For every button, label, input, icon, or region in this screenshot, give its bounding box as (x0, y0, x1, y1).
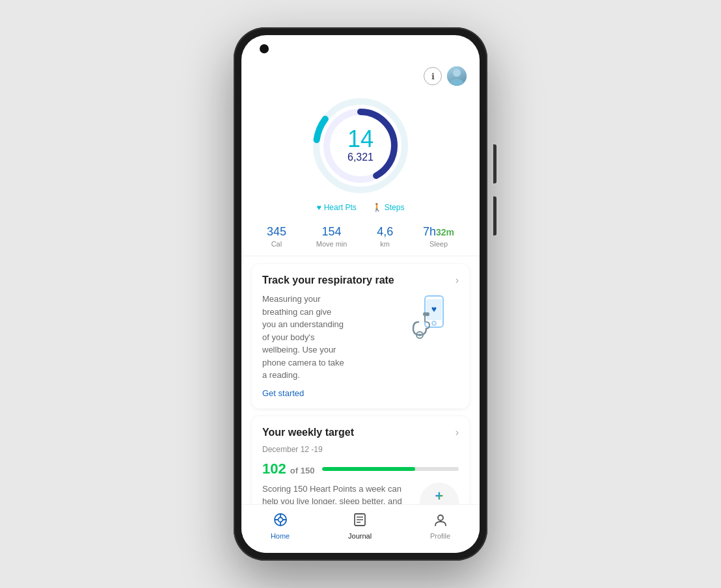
phone-frame: ℹ (234, 27, 487, 561)
get-started-link[interactable]: Get started (262, 388, 399, 398)
profile-svg (433, 513, 448, 527)
svg-point-1 (450, 79, 463, 86)
ring-section: 14 6,321 ♥ Heart Pts 🚶 Steps (241, 91, 480, 220)
nav-journal[interactable]: Journal (335, 510, 385, 542)
side-button (493, 144, 497, 183)
nav-home[interactable]: Home (258, 510, 303, 542)
stat-sleep[interactable]: 7h32m Sleep (423, 225, 454, 248)
journal-label: Journal (348, 532, 372, 540)
phone-screen: ℹ (241, 35, 480, 553)
svg-point-11 (418, 334, 421, 336)
home-label: Home (271, 532, 290, 540)
progress-fill (322, 467, 415, 471)
svg-point-26 (438, 515, 443, 520)
who-badge[interactable]: + World HealthOrganization (420, 483, 459, 505)
ring-center: 14 6,321 (347, 127, 374, 163)
stat-move-min[interactable]: 154 Move min (316, 225, 347, 248)
header: ℹ (241, 35, 480, 91)
profile-label: Profile (430, 532, 450, 540)
respiratory-content: Measuring your breathing can give you an… (262, 293, 459, 398)
who-icon: + (430, 488, 448, 504)
respiratory-card[interactable]: Track your respiratory rate › Measuring … (252, 264, 469, 408)
weekly-subtitle: December 12 -19 (262, 445, 459, 454)
cal-value: 345 (267, 225, 286, 239)
respiratory-text-section: Measuring your breathing can give you an… (262, 293, 399, 398)
ring-chart[interactable]: 14 6,321 (308, 94, 413, 198)
svg-point-0 (453, 69, 461, 77)
stat-cal[interactable]: 345 Cal (267, 225, 286, 248)
weekly-title: Your weekly target (262, 427, 354, 438)
svg-point-17 (278, 518, 282, 522)
weekly-chevron-icon[interactable]: › (456, 427, 459, 438)
stats-row: 345 Cal 154 Move min 4,6 km 7h32m Sleep (241, 220, 480, 256)
km-label: km (377, 240, 393, 248)
respiratory-svg: ♥ (407, 293, 459, 351)
svg-point-9 (432, 321, 436, 325)
heart-pts-value: 14 (347, 127, 374, 151)
weekly-target-card[interactable]: Your weekly target › December 12 -19 102… (252, 416, 469, 505)
journal-svg (353, 513, 367, 527)
bottom-nav: Home Journal (241, 504, 480, 553)
km-value: 4,6 (377, 225, 393, 239)
target-desc: Scoring 150 Heart Points a week can help… (262, 483, 412, 505)
heart-pts-label: ♥ Heart Pts (317, 203, 357, 212)
home-icon (273, 513, 288, 530)
respiratory-body: Measuring your breathing can give you an… (262, 293, 344, 382)
journal-icon (353, 513, 367, 530)
info-button[interactable]: ℹ (424, 67, 442, 85)
sleep-value: 7h32m (423, 225, 454, 239)
move-min-value: 154 (316, 225, 347, 239)
steps-label: 🚶 Steps (372, 203, 405, 212)
avatar[interactable] (447, 66, 467, 86)
stat-km[interactable]: 4,6 km (377, 225, 393, 248)
avatar-image (447, 66, 467, 86)
target-progress-row: 102 of 150 (262, 461, 459, 477)
side-button-2 (493, 196, 497, 235)
weekly-card-header: Your weekly target › (262, 427, 459, 438)
progress-bar (322, 467, 459, 471)
target-bottom: Scoring 150 Heart Points a week can help… (262, 483, 459, 505)
target-current: 102 of 150 (262, 461, 314, 477)
sleep-label: Sleep (423, 240, 454, 248)
camera-hole (260, 44, 269, 53)
respiratory-chevron-icon[interactable]: › (456, 274, 459, 286)
profile-icon (433, 513, 448, 530)
nav-profile[interactable]: Profile (417, 510, 463, 542)
ring-labels: ♥ Heart Pts 🚶 Steps (317, 203, 405, 212)
respiratory-title: Track your respiratory rate (262, 274, 394, 286)
svg-point-14 (426, 312, 429, 316)
cal-label: Cal (267, 240, 286, 248)
avatar-svg (447, 66, 467, 86)
steps-value: 6,321 (347, 151, 374, 163)
respiratory-illustration: ♥ (407, 293, 459, 345)
svg-text:♥: ♥ (431, 304, 437, 314)
move-min-label: Move min (316, 240, 347, 248)
respiratory-card-header: Track your respiratory rate › (262, 274, 459, 286)
svg-text:+: + (435, 488, 444, 504)
cards-scroll[interactable]: Track your respiratory rate › Measuring … (241, 256, 480, 504)
home-svg (273, 513, 288, 527)
